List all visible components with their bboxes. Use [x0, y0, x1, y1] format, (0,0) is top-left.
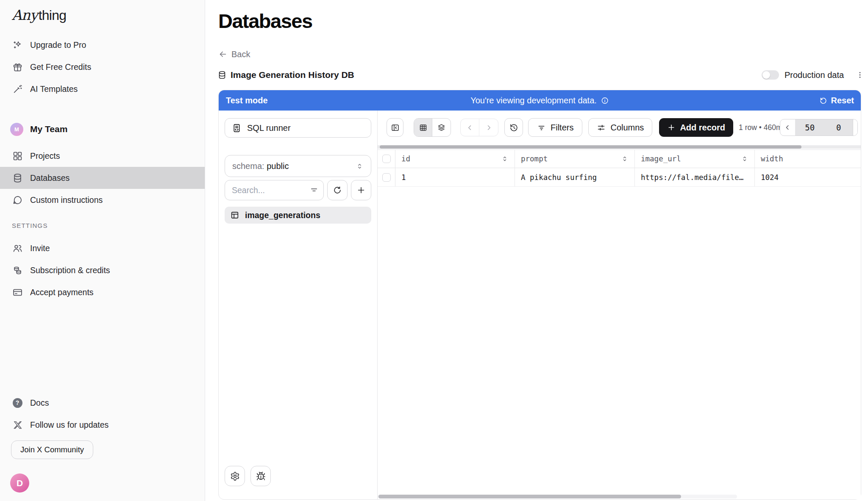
table-name: image_generations — [245, 210, 320, 220]
sidebar-item-label: AI Templates — [30, 84, 78, 94]
sidebar-item-upgrade-to-pro[interactable]: Upgrade to Pro — [0, 34, 205, 56]
sql-runner-button[interactable]: SQL runner — [225, 118, 371, 138]
table-list-item-image-generations[interactable]: image_generations — [225, 207, 371, 224]
table-view-icon — [419, 123, 428, 132]
chevron-up-down-icon — [356, 162, 364, 170]
sql-file-icon — [232, 123, 242, 133]
refresh-icon — [333, 185, 342, 195]
collapse-sidebar-button[interactable] — [387, 118, 403, 137]
columns-button[interactable]: Columns — [588, 118, 652, 137]
test-mode-banner: Test mode You're viewing development dat… — [219, 90, 861, 111]
settings-button[interactable] — [225, 466, 245, 486]
back-link[interactable]: Back — [218, 48, 250, 60]
cell-width[interactable]: 1024 — [755, 168, 861, 186]
pagination-arrows — [460, 119, 498, 136]
info-icon[interactable] — [601, 97, 609, 105]
database-icon — [12, 172, 23, 183]
reset-button[interactable]: Reset — [819, 96, 854, 105]
page-title: Databases — [218, 9, 312, 33]
column-header-width[interactable]: width — [755, 150, 861, 168]
toggle-knob — [762, 71, 770, 79]
sidebar-item-subscription-credits[interactable]: Subscription & credits — [0, 259, 205, 281]
prev-page-button[interactable] — [461, 119, 479, 136]
production-data-toggle[interactable] — [762, 70, 779, 80]
filters-button[interactable]: Filters — [528, 118, 582, 137]
schema-select[interactable]: schema: public — [225, 155, 371, 177]
page-size-control: 50 0 — [780, 119, 858, 136]
sidebar-item-databases[interactable]: Databases — [0, 167, 205, 189]
table-icon — [230, 210, 239, 220]
results-summary: 1 row • 460ms — [739, 123, 786, 132]
table-row[interactable]: 1 A pikachu surfing https://fal.media/fi… — [378, 168, 861, 187]
reset-icon — [819, 97, 827, 105]
back-label: Back — [231, 50, 250, 59]
sidebar-item-label: Subscription & credits — [30, 266, 110, 275]
column-header-image-url[interactable]: image_url — [635, 150, 755, 168]
user-avatar[interactable]: D — [10, 473, 29, 493]
layers-icon — [437, 123, 446, 132]
select-all-checkbox[interactable] — [382, 155, 391, 163]
team-name: My Team — [30, 124, 67, 134]
gear-icon — [230, 471, 240, 481]
production-data-row: Production data — [762, 69, 864, 81]
sidebar-item-label: Custom instructions — [30, 195, 103, 205]
sidebar-item-custom-instructions[interactable]: Custom instructions — [0, 189, 205, 211]
next-page-button[interactable] — [479, 119, 498, 136]
cell-image-url[interactable]: https://fal.media/file… — [635, 168, 755, 186]
filter-lines-icon[interactable] — [310, 186, 318, 194]
row-select-cell — [378, 168, 395, 186]
panel-collapse-icon — [391, 123, 400, 132]
sidebar-item-get-free-credits[interactable]: Get Free Credits — [0, 56, 205, 78]
magic-wand-icon — [12, 83, 23, 94]
app-logo[interactable]: Anything — [12, 7, 66, 23]
sidebar-item-label: Projects — [30, 151, 60, 161]
schema-label: schema: — [232, 161, 264, 171]
table-search-input[interactable] — [225, 180, 324, 200]
grid-icon — [12, 150, 23, 161]
table-view-button[interactable] — [414, 119, 432, 136]
database-explorer: SQL runner schema: public image_generati… — [219, 111, 378, 499]
sidebar-item-accept-payments[interactable]: Accept payments — [0, 281, 205, 303]
test-mode-panel: Test mode You're viewing development dat… — [218, 90, 861, 500]
sidebar-item-label: Docs — [30, 398, 49, 408]
horizontal-scrollbar-thumb[interactable] — [380, 145, 801, 149]
banner-message: You're viewing development data. — [470, 96, 609, 105]
column-header-prompt[interactable]: prompt — [515, 150, 635, 168]
sort-icon[interactable] — [741, 155, 748, 163]
pager-next-button[interactable] — [853, 119, 857, 136]
sort-icon[interactable] — [621, 155, 629, 163]
database-name: Image Generation History DB — [231, 70, 354, 80]
kebab-menu-icon[interactable] — [856, 71, 864, 79]
sidebar-item-follow-updates[interactable]: Follow us for updates — [0, 414, 205, 436]
cell-id[interactable]: 1 — [395, 168, 515, 186]
add-table-button[interactable] — [351, 180, 371, 200]
debug-button[interactable] — [250, 466, 271, 486]
row-checkbox[interactable] — [382, 173, 391, 182]
sort-icon[interactable] — [501, 155, 509, 163]
page-size-value[interactable]: 50 — [795, 123, 825, 132]
refresh-tables-button[interactable] — [327, 180, 348, 200]
sidebar-item-docs[interactable]: ? Docs — [0, 392, 205, 414]
team-switcher[interactable]: M My Team — [0, 117, 205, 141]
sparkles-icon — [12, 39, 23, 50]
join-x-community-button[interactable]: Join X Community — [11, 440, 93, 459]
filter-lines-icon — [537, 123, 546, 132]
bug-icon — [256, 471, 266, 481]
horizontal-scrollbar-thumb[interactable] — [378, 495, 681, 498]
history-button[interactable] — [504, 118, 523, 137]
grid-header-row: id prompt image_url width — [378, 149, 861, 168]
sidebar-item-projects[interactable]: Projects — [0, 145, 205, 167]
sidebar-item-invite[interactable]: Invite — [0, 237, 205, 259]
sidebar-item-ai-templates[interactable]: AI Templates — [0, 78, 205, 100]
column-header-id[interactable]: id — [395, 150, 515, 168]
cell-prompt[interactable]: A pikachu surfing — [515, 168, 635, 186]
pager-prev-button[interactable] — [780, 119, 795, 136]
plus-icon — [356, 185, 366, 195]
sidebar-item-label: Invite — [30, 244, 50, 253]
add-record-button[interactable]: Add record — [659, 118, 733, 137]
database-icon — [217, 70, 227, 80]
page-offset-value[interactable]: 0 — [825, 123, 853, 132]
layers-view-button[interactable] — [432, 119, 451, 136]
logo-thing: thing — [39, 8, 66, 23]
test-mode-label: Test mode — [226, 96, 268, 105]
